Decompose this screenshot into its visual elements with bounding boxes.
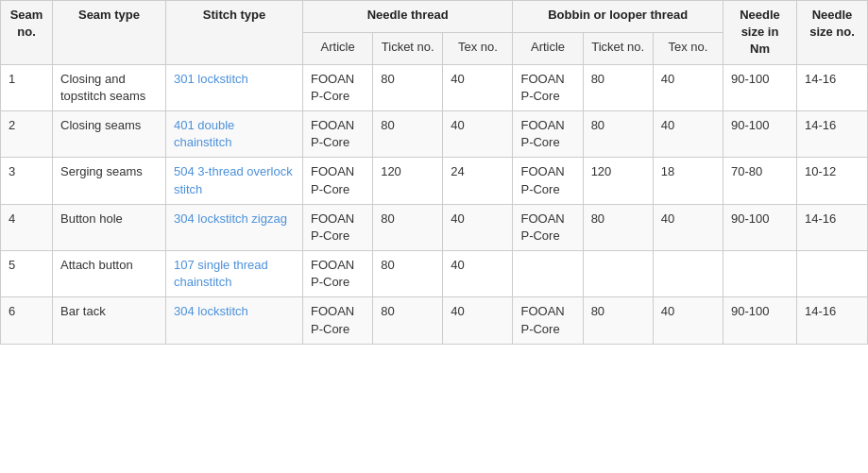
needle-ticket-cell: 80 [373,204,443,250]
sub-header-bobbin-ticket: Ticket no. [583,32,653,64]
needle-no-cell: 14-16 [797,297,868,344]
bobbin-ticket-cell: 80 [583,297,653,344]
needle-nm-cell [723,251,797,297]
seam-no-cell: 1 [1,64,53,110]
needle-article-cell: FOOAN P-Core [303,204,373,250]
seam-no-cell: 6 [1,297,53,344]
needle-nm-cell: 90-100 [723,64,797,110]
needle-tex-cell: 24 [443,158,513,204]
sewing-table: Seam no. Seam type Stitch type Needle th… [0,0,868,345]
seam-no-cell: 3 [1,158,53,204]
main-table-wrapper: Seam no. Seam type Stitch type Needle th… [0,0,868,345]
bobbin-article-cell: FOOAN P-Core [513,204,583,250]
seam-type-cell: Button hole [53,204,166,250]
stitch-type-cell: 301 lockstitch [166,64,303,110]
table-row: 4Button hole304 lockstitch zigzagFOOAN P… [1,204,868,250]
stitch-type-cell: 401 double chainstitch [166,110,303,157]
needle-nm-cell: 90-100 [723,110,797,157]
bobbin-tex-cell: 40 [653,110,723,157]
bobbin-article-cell: FOOAN P-Core [513,297,583,344]
bobbin-article-cell: FOOAN P-Core [513,158,583,204]
seam-type-cell: Bar tack [53,297,166,344]
needle-article-cell: FOOAN P-Core [303,64,373,110]
needle-ticket-cell: 80 [373,251,443,297]
header-needle-thread: Needle thread [303,1,513,33]
sub-header-needle-ticket: Ticket no. [373,32,443,64]
needle-tex-cell: 40 [443,297,513,344]
needle-nm-cell: 90-100 [723,204,797,250]
needle-no-cell: 14-16 [797,204,868,250]
bobbin-tex-cell: 40 [653,204,723,250]
needle-tex-cell: 40 [443,251,513,297]
table-row: 3Serging seams504 3-thread overlock stit… [1,158,868,204]
table-row: 2Closing seams401 double chainstitchFOOA… [1,110,868,157]
bobbin-article-cell [513,251,583,297]
needle-article-cell: FOOAN P-Core [303,158,373,204]
needle-article-cell: FOOAN P-Core [303,297,373,344]
seam-no-cell: 4 [1,204,53,250]
header-stitch-type: Stitch type [166,1,303,65]
bobbin-article-cell: FOOAN P-Core [513,110,583,157]
bobbin-ticket-cell: 80 [583,110,653,157]
needle-tex-cell: 40 [443,110,513,157]
header-seam-no: Seam no. [1,1,53,65]
needle-no-cell [797,251,868,297]
table-row: 5Attach button107 single thread chainsti… [1,251,868,297]
sub-header-needle-article: Article [303,32,373,64]
header-needle-no: Needle size no. [797,1,868,65]
needle-article-cell: FOOAN P-Core [303,251,373,297]
sub-header-bobbin-article: Article [513,32,583,64]
bobbin-ticket-cell: 80 [583,64,653,110]
bobbin-tex-cell: 18 [653,158,723,204]
needle-no-cell: 10-12 [797,158,868,204]
seam-type-cell: Attach button [53,251,166,297]
bobbin-article-cell: FOOAN P-Core [513,64,583,110]
seam-type-cell: Serging seams [53,158,166,204]
bobbin-ticket-cell [583,251,653,297]
needle-ticket-cell: 80 [373,110,443,157]
needle-tex-cell: 40 [443,204,513,250]
sub-header-bobbin-tex: Tex no. [653,32,723,64]
seam-no-cell: 5 [1,251,53,297]
header-seam-type: Seam type [53,1,166,65]
needle-nm-cell: 90-100 [723,297,797,344]
needle-nm-cell: 70-80 [723,158,797,204]
needle-ticket-cell: 80 [373,64,443,110]
needle-ticket-cell: 120 [373,158,443,204]
needle-no-cell: 14-16 [797,64,868,110]
stitch-type-cell: 107 single thread chainstitch [166,251,303,297]
seam-type-cell: Closing seams [53,110,166,157]
bobbin-ticket-cell: 80 [583,204,653,250]
header-bobbin-thread: Bobbin or looper thread [513,1,723,33]
needle-tex-cell: 40 [443,64,513,110]
table-row: 1Closing and topstitch seams301 lockstit… [1,64,868,110]
bobbin-tex-cell [653,251,723,297]
table-row: 6Bar tack304 lockstitchFOOAN P-Core8040F… [1,297,868,344]
seam-type-cell: Closing and topstitch seams [53,64,166,110]
seam-no-cell: 2 [1,110,53,157]
needle-ticket-cell: 80 [373,297,443,344]
needle-no-cell: 14-16 [797,110,868,157]
needle-article-cell: FOOAN P-Core [303,110,373,157]
stitch-type-cell: 304 lockstitch [166,297,303,344]
bobbin-tex-cell: 40 [653,64,723,110]
sub-header-needle-tex: Tex no. [443,32,513,64]
bobbin-tex-cell: 40 [653,297,723,344]
stitch-type-cell: 504 3-thread overlock stitch [166,158,303,204]
bobbin-ticket-cell: 120 [583,158,653,204]
stitch-type-cell: 304 lockstitch zigzag [166,204,303,250]
header-needle-nm: Needle size in Nm [723,1,797,65]
